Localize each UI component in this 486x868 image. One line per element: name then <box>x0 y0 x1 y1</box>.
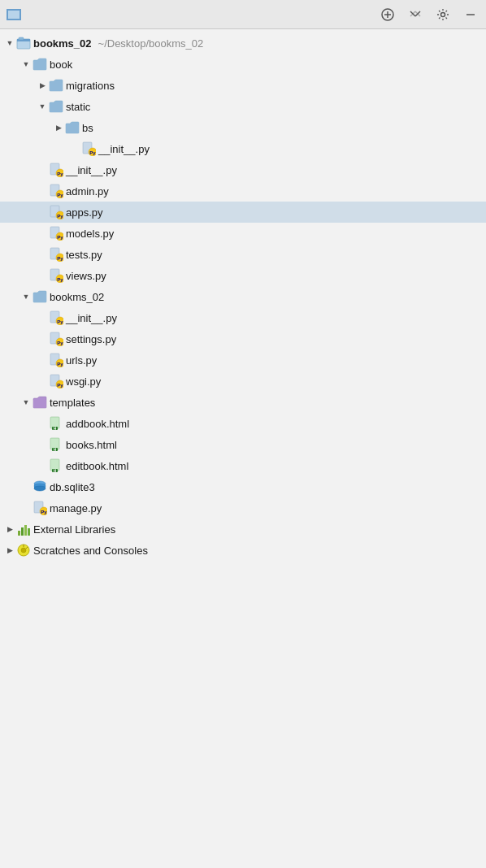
tree-item-static[interactable]: static <box>0 96 486 117</box>
tree-item-bookms_02_pkg[interactable]: bookms_02 <box>0 286 486 307</box>
file-icon-python: Py <box>49 226 63 241</box>
tree-item-bs[interactable]: bs <box>0 117 486 138</box>
file-icon-python: Py <box>49 353 63 367</box>
file-icon-python: Py <box>49 268 63 283</box>
item-label-init_py_bookms: __init__.py <box>66 312 117 324</box>
tree-item-migrations[interactable]: migrations <box>0 75 486 96</box>
toggle-spacer <box>36 163 49 176</box>
file-icon-html: H <box>49 437 63 452</box>
toggle-arrow-bookms_02_pkg[interactable] <box>20 290 33 303</box>
toggle-spacer <box>68 142 81 155</box>
svg-rect-65 <box>28 528 30 536</box>
item-label-urls_py: urls.py <box>66 354 97 367</box>
file-icon-folder <box>65 120 80 135</box>
tree-item-editbook_html[interactable]: H editbook.html <box>0 455 486 476</box>
svg-text:Py: Py <box>57 256 63 261</box>
svg-text:Py: Py <box>57 319 63 324</box>
item-label-models_py: models.py <box>66 228 114 240</box>
tree-item-addbook_html[interactable]: H addbook.html <box>0 413 486 434</box>
svg-point-58 <box>34 486 46 491</box>
toggle-spacer <box>36 417 49 430</box>
tree-item-book[interactable]: book <box>0 54 486 75</box>
file-icon-project-folder <box>16 36 31 50</box>
svg-text:Py: Py <box>57 383 63 388</box>
file-icon-ext-lib <box>16 522 31 536</box>
svg-text:Py: Py <box>57 171 63 176</box>
svg-text:Py: Py <box>57 214 63 219</box>
item-label-tests_py: tests.py <box>66 249 102 261</box>
svg-text:Py: Py <box>89 150 96 155</box>
tree-item-init_py_book[interactable]: Py __init__.py <box>0 159 486 180</box>
item-label-settings_py: settings.py <box>66 333 116 345</box>
tree-item-apps_py[interactable]: Py apps.py <box>0 202 486 223</box>
file-icon-python: Py <box>49 205 63 219</box>
toggle-arrow-bookms_02_root[interactable] <box>3 37 16 50</box>
settings-button[interactable] <box>434 6 452 24</box>
toggle-arrow-static[interactable] <box>36 100 49 113</box>
tree-item-wsgi_py[interactable]: Py wsgi.py <box>0 371 486 392</box>
file-tree: bookms_02~/Desktop/bookms_02 book migrat… <box>0 29 486 564</box>
tree-item-init_py_bookms[interactable]: Py __init__.py <box>0 307 486 328</box>
item-label-migrations: migrations <box>66 80 115 92</box>
item-label-bookms_02_root: bookms_02~/Desktop/bookms_02 <box>33 37 203 50</box>
file-icon-folder <box>33 289 47 304</box>
tree-item-scratches[interactable]: Scratches and Consoles <box>0 540 486 561</box>
tree-item-external_libs[interactable]: External Libraries <box>0 519 486 540</box>
toggle-spacer <box>36 311 49 324</box>
toggle-spacer <box>36 227 49 240</box>
item-subtitle: ~/Desktop/bookms_02 <box>98 37 204 50</box>
tree-item-templates[interactable]: templates <box>0 392 486 413</box>
file-icon-python: Py <box>49 374 63 388</box>
toggle-spacer <box>36 375 49 388</box>
toggle-spacer <box>36 269 49 282</box>
svg-point-67 <box>21 548 26 553</box>
toggle-spacer <box>36 184 49 197</box>
tree-item-urls_py[interactable]: Py urls.py <box>0 349 486 371</box>
file-icon-python: Py <box>33 501 47 515</box>
svg-text:Py: Py <box>57 235 63 240</box>
file-icon-folder <box>49 78 63 93</box>
toggle-arrow-migrations[interactable] <box>36 79 49 92</box>
svg-text:H: H <box>54 448 56 452</box>
item-label-init_py_bs: __init__.py <box>98 143 150 155</box>
toggle-arrow-scratches[interactable] <box>3 544 16 557</box>
svg-text:Py: Py <box>57 362 63 367</box>
tree-item-settings_py[interactable]: Py settings.py <box>0 328 486 349</box>
file-icon-python: Py <box>49 184 63 198</box>
header-actions <box>379 6 479 24</box>
item-label-bookms_02_pkg: bookms_02 <box>50 291 104 303</box>
tree-item-init_py_bs[interactable]: Py __init__.py <box>0 138 486 159</box>
file-icon-html: H <box>49 458 63 473</box>
svg-text:H: H <box>54 469 56 473</box>
tree-item-bookms_02_root[interactable]: bookms_02~/Desktop/bookms_02 <box>0 33 486 54</box>
tree-item-db_sqlite3[interactable]: db.sqlite3 <box>0 476 486 497</box>
toggle-spacer <box>20 480 33 493</box>
tree-item-books_html[interactable]: H books.html <box>0 434 486 455</box>
svg-text:Py: Py <box>57 277 63 282</box>
tree-item-admin_py[interactable]: Py admin.py <box>0 180 486 202</box>
toggle-arrow-external_libs[interactable] <box>3 523 16 536</box>
toggle-arrow-templates[interactable] <box>20 396 33 409</box>
tree-item-manage_py[interactable]: Py manage.py <box>0 497 486 519</box>
item-label-static: static <box>66 101 90 113</box>
svg-rect-11 <box>19 37 24 40</box>
file-icon-folder-purple <box>33 395 47 410</box>
toggle-arrow-bs[interactable] <box>52 121 65 134</box>
toggle-spacer <box>36 206 49 219</box>
toggle-spacer <box>36 332 49 345</box>
tree-item-tests_py[interactable]: Py tests.py <box>0 244 486 265</box>
item-label-templates: templates <box>50 397 95 409</box>
minimize-button[interactable] <box>462 6 479 24</box>
add-button[interactable] <box>379 6 397 24</box>
item-label-addbook_html: addbook.html <box>66 418 129 430</box>
svg-rect-63 <box>21 527 24 536</box>
file-icon-python: Py <box>81 141 96 156</box>
collapse-all-button[interactable] <box>406 6 424 24</box>
svg-rect-62 <box>18 531 20 536</box>
item-label-scratches: Scratches and Consoles <box>33 545 148 557</box>
header-left <box>7 9 28 20</box>
tree-item-views_py[interactable]: Py views.py <box>0 265 486 286</box>
toggle-arrow-book[interactable] <box>20 58 33 71</box>
tree-item-models_py[interactable]: Py models.py <box>0 223 486 244</box>
svg-point-7 <box>441 12 445 16</box>
